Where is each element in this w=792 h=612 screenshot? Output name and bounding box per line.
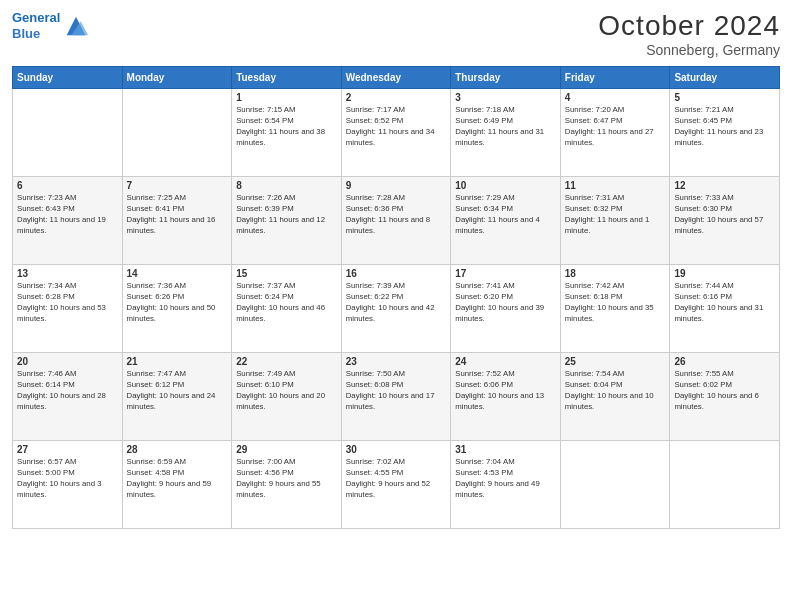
day-info: Sunrise: 7:02 AMSunset: 4:55 PMDaylight:… [346, 457, 447, 501]
day-info: Sunrise: 7:46 AMSunset: 6:14 PMDaylight:… [17, 369, 118, 413]
day-number: 23 [346, 356, 447, 367]
day-number: 17 [455, 268, 556, 279]
sunset-text: Sunset: 4:58 PM [127, 468, 185, 477]
sunrise-text: Sunrise: 7:42 AM [565, 281, 624, 290]
logo-icon [62, 12, 90, 40]
cell-1-5: 11Sunrise: 7:31 AMSunset: 6:32 PMDayligh… [560, 177, 670, 265]
day-info: Sunrise: 7:18 AMSunset: 6:49 PMDaylight:… [455, 105, 556, 149]
cell-1-1: 7Sunrise: 7:25 AMSunset: 6:41 PMDaylight… [122, 177, 232, 265]
daylight-text: Daylight: 11 hours and 16 minutes. [127, 215, 216, 235]
sunset-text: Sunset: 6:28 PM [17, 292, 75, 301]
sunrise-text: Sunrise: 7:34 AM [17, 281, 76, 290]
week-row-2: 13Sunrise: 7:34 AMSunset: 6:28 PMDayligh… [13, 265, 780, 353]
sunset-text: Sunset: 6:30 PM [674, 204, 732, 213]
day-number: 30 [346, 444, 447, 455]
sunrise-text: Sunrise: 7:02 AM [346, 457, 405, 466]
sunrise-text: Sunrise: 7:17 AM [346, 105, 405, 114]
sunrise-text: Sunrise: 7:50 AM [346, 369, 405, 378]
sunrise-text: Sunrise: 7:52 AM [455, 369, 514, 378]
daylight-text: Daylight: 9 hours and 52 minutes. [346, 479, 431, 499]
sunset-text: Sunset: 4:56 PM [236, 468, 294, 477]
sunset-text: Sunset: 6:06 PM [455, 380, 513, 389]
day-number: 31 [455, 444, 556, 455]
sunrise-text: Sunrise: 6:57 AM [17, 457, 76, 466]
daylight-text: Daylight: 11 hours and 19 minutes. [17, 215, 106, 235]
day-number: 2 [346, 92, 447, 103]
day-info: Sunrise: 7:37 AMSunset: 6:24 PMDaylight:… [236, 281, 337, 325]
daylight-text: Daylight: 10 hours and 42 minutes. [346, 303, 435, 323]
day-info: Sunrise: 7:21 AMSunset: 6:45 PMDaylight:… [674, 105, 775, 149]
cell-4-4: 31Sunrise: 7:04 AMSunset: 4:53 PMDayligh… [451, 441, 561, 529]
day-number: 8 [236, 180, 337, 191]
col-wednesday: Wednesday [341, 67, 451, 89]
sunset-text: Sunset: 6:41 PM [127, 204, 185, 213]
sunset-text: Sunset: 6:08 PM [346, 380, 404, 389]
sunset-text: Sunset: 6:14 PM [17, 380, 75, 389]
col-thursday: Thursday [451, 67, 561, 89]
cell-0-5: 4Sunrise: 7:20 AMSunset: 6:47 PMDaylight… [560, 89, 670, 177]
day-info: Sunrise: 7:52 AMSunset: 6:06 PMDaylight:… [455, 369, 556, 413]
sunrise-text: Sunrise: 7:46 AM [17, 369, 76, 378]
cell-1-6: 12Sunrise: 7:33 AMSunset: 6:30 PMDayligh… [670, 177, 780, 265]
day-info: Sunrise: 7:23 AMSunset: 6:43 PMDaylight:… [17, 193, 118, 237]
cell-4-5 [560, 441, 670, 529]
day-number: 21 [127, 356, 228, 367]
sunset-text: Sunset: 6:49 PM [455, 116, 513, 125]
sunset-text: Sunset: 6:02 PM [674, 380, 732, 389]
logo: General Blue [12, 10, 90, 41]
week-row-3: 20Sunrise: 7:46 AMSunset: 6:14 PMDayligh… [13, 353, 780, 441]
day-number: 28 [127, 444, 228, 455]
daylight-text: Daylight: 10 hours and 39 minutes. [455, 303, 544, 323]
sunset-text: Sunset: 6:34 PM [455, 204, 513, 213]
cell-0-4: 3Sunrise: 7:18 AMSunset: 6:49 PMDaylight… [451, 89, 561, 177]
cell-4-0: 27Sunrise: 6:57 AMSunset: 5:00 PMDayligh… [13, 441, 123, 529]
sunset-text: Sunset: 6:04 PM [565, 380, 623, 389]
sunrise-text: Sunrise: 6:59 AM [127, 457, 186, 466]
sunset-text: Sunset: 6:52 PM [346, 116, 404, 125]
cell-2-1: 14Sunrise: 7:36 AMSunset: 6:26 PMDayligh… [122, 265, 232, 353]
day-info: Sunrise: 7:34 AMSunset: 6:28 PMDaylight:… [17, 281, 118, 325]
cell-1-0: 6Sunrise: 7:23 AMSunset: 6:43 PMDaylight… [13, 177, 123, 265]
cell-3-0: 20Sunrise: 7:46 AMSunset: 6:14 PMDayligh… [13, 353, 123, 441]
sunrise-text: Sunrise: 7:49 AM [236, 369, 295, 378]
cell-3-1: 21Sunrise: 7:47 AMSunset: 6:12 PMDayligh… [122, 353, 232, 441]
daylight-text: Daylight: 11 hours and 8 minutes. [346, 215, 431, 235]
sunrise-text: Sunrise: 7:28 AM [346, 193, 405, 202]
daylight-text: Daylight: 10 hours and 28 minutes. [17, 391, 106, 411]
cell-0-3: 2Sunrise: 7:17 AMSunset: 6:52 PMDaylight… [341, 89, 451, 177]
sunset-text: Sunset: 6:20 PM [455, 292, 513, 301]
day-info: Sunrise: 7:17 AMSunset: 6:52 PMDaylight:… [346, 105, 447, 149]
daylight-text: Daylight: 9 hours and 49 minutes. [455, 479, 540, 499]
day-number: 13 [17, 268, 118, 279]
sunrise-text: Sunrise: 7:55 AM [674, 369, 733, 378]
day-info: Sunrise: 7:44 AMSunset: 6:16 PMDaylight:… [674, 281, 775, 325]
sunrise-text: Sunrise: 7:04 AM [455, 457, 514, 466]
sunset-text: Sunset: 6:16 PM [674, 292, 732, 301]
cell-3-6: 26Sunrise: 7:55 AMSunset: 6:02 PMDayligh… [670, 353, 780, 441]
day-number: 10 [455, 180, 556, 191]
day-info: Sunrise: 7:36 AMSunset: 6:26 PMDaylight:… [127, 281, 228, 325]
day-info: Sunrise: 7:41 AMSunset: 6:20 PMDaylight:… [455, 281, 556, 325]
calendar-title: October 2024 [598, 10, 780, 42]
cell-4-2: 29Sunrise: 7:00 AMSunset: 4:56 PMDayligh… [232, 441, 342, 529]
cell-2-6: 19Sunrise: 7:44 AMSunset: 6:16 PMDayligh… [670, 265, 780, 353]
daylight-text: Daylight: 10 hours and 46 minutes. [236, 303, 325, 323]
day-number: 29 [236, 444, 337, 455]
cell-2-3: 16Sunrise: 7:39 AMSunset: 6:22 PMDayligh… [341, 265, 451, 353]
sunset-text: Sunset: 6:24 PM [236, 292, 294, 301]
daylight-text: Daylight: 10 hours and 10 minutes. [565, 391, 654, 411]
sunrise-text: Sunrise: 7:33 AM [674, 193, 733, 202]
sunset-text: Sunset: 5:00 PM [17, 468, 75, 477]
day-info: Sunrise: 7:49 AMSunset: 6:10 PMDaylight:… [236, 369, 337, 413]
day-number: 14 [127, 268, 228, 279]
cell-4-6 [670, 441, 780, 529]
title-block: October 2024 Sonneberg, Germany [598, 10, 780, 58]
sunrise-text: Sunrise: 7:44 AM [674, 281, 733, 290]
daylight-text: Daylight: 10 hours and 57 minutes. [674, 215, 763, 235]
cell-2-2: 15Sunrise: 7:37 AMSunset: 6:24 PMDayligh… [232, 265, 342, 353]
day-number: 18 [565, 268, 666, 279]
sunset-text: Sunset: 6:10 PM [236, 380, 294, 389]
logo-general: General [12, 10, 60, 25]
sunrise-text: Sunrise: 7:21 AM [674, 105, 733, 114]
day-number: 20 [17, 356, 118, 367]
